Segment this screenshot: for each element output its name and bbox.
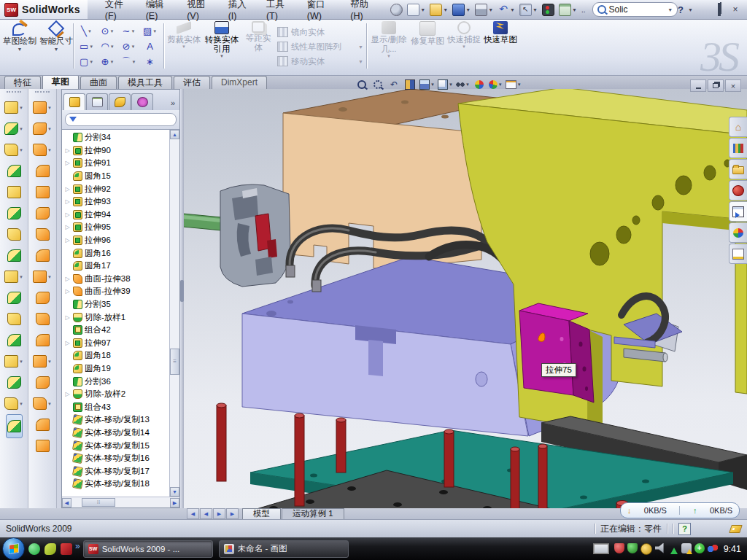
filled-surface-dropdown-icon[interactable]: ▼ (47, 359, 52, 364)
sketch-fillet-tool-button[interactable]: ⌒▼ (118, 54, 139, 69)
ellipse-dropdown-icon[interactable]: ▼ (131, 44, 135, 49)
tree-vertical-scrollbar[interactable]: ▲ ▼ (169, 130, 179, 497)
view-orientation-dropdown-icon[interactable]: ▼ (449, 82, 453, 87)
revolve-button[interactable] (7, 160, 21, 182)
search-dropdown-icon[interactable]: ▼ (667, 7, 673, 12)
taskpane-tab-view-palette[interactable] (729, 201, 747, 222)
offset-surface-button[interactable] (36, 245, 50, 266)
menu-item-4[interactable]: 工具(T) (259, 0, 300, 23)
mirror-entities-button[interactable]: 镜向实体 (277, 25, 363, 39)
ellipse-tool-button[interactable]: ⊘▼ (118, 39, 139, 54)
menu-item-6[interactable]: 帮助(H) (343, 0, 384, 23)
appearances-button[interactable] (472, 78, 487, 91)
sketch-fillet-dropdown-icon[interactable]: ▼ (132, 60, 136, 64)
start-button[interactable] (2, 537, 25, 560)
section-view-button[interactable] (403, 78, 417, 91)
expand-arrow-icon[interactable]: ▷ (64, 288, 71, 295)
apply-scene-dropdown-icon[interactable]: ▼ (498, 82, 503, 87)
extruded-surface-button[interactable] (36, 160, 50, 182)
arc-dropdown-icon[interactable]: ▼ (110, 44, 115, 49)
lofted-surface-button[interactable] (36, 182, 50, 203)
tree-item-22[interactable]: 实体-移动/复制13 (62, 413, 179, 427)
tree-item-13[interactable]: 分割35 (62, 298, 179, 311)
help-question-icon[interactable]: ? (678, 523, 691, 535)
ribbon-tab-0[interactable]: 特征 (4, 76, 41, 89)
display-style-button[interactable]: ▼ (419, 78, 436, 91)
previous-view-button[interactable]: ↶ (387, 78, 401, 91)
doc-close-button[interactable]: × (725, 79, 741, 92)
panel-splitter[interactable] (180, 89, 184, 508)
expand-arrow-icon[interactable]: ▷ (64, 147, 71, 154)
tab-propertymanager[interactable] (86, 93, 108, 110)
doc-restore-button[interactable] (708, 79, 724, 92)
expand-arrow-icon[interactable]: ▷ (64, 314, 71, 321)
taskpane-tab-solidworks-search[interactable] (729, 180, 747, 201)
open-button[interactable]: ▼ (428, 3, 449, 17)
tree-item-14[interactable]: ▷切除-放样1 (62, 311, 179, 324)
tree-item-3[interactable]: 圆角15 (62, 170, 179, 183)
print-button[interactable]: ▼ (473, 3, 495, 17)
sketch-button[interactable]: 草图绘制 ▼ (3, 21, 36, 72)
tree-item-23[interactable]: 实体-移动/复制14 (62, 427, 179, 440)
quick-snaps-button[interactable]: 快速捕捉 ▼ (446, 21, 481, 72)
move-entities-button[interactable]: 移动实体 ▼ (277, 54, 363, 69)
model-tab-0[interactable]: 模型 (242, 508, 281, 519)
tree-item-25[interactable]: 实体-移动/复制16 (62, 452, 179, 465)
restore-button[interactable] (713, 4, 725, 15)
search-input[interactable]: Solic ▼ (592, 2, 678, 17)
polygon-dropdown-icon[interactable]: ▼ (109, 60, 114, 64)
arc-tool-button[interactable]: ◠▼ (97, 39, 118, 54)
selection-box-tool-button[interactable]: ▨▼ (139, 23, 160, 39)
boundary-surface-button[interactable] (36, 203, 50, 224)
select-button[interactable]: ↖▼ (518, 3, 539, 17)
tree-item-4[interactable]: ▷拉伸92 (62, 182, 179, 195)
tree-filter-input[interactable] (65, 113, 177, 126)
annotations-dropdown-icon[interactable]: ▼ (517, 82, 522, 87)
tree-item-17[interactable]: 圆角18 (62, 349, 179, 362)
selection-box-dropdown-icon[interactable]: ▼ (152, 29, 157, 34)
tree-item-18[interactable]: 圆角19 (62, 362, 179, 376)
tree-item-11[interactable]: ▷曲面-拉伸38 (62, 273, 179, 286)
tab-featuremanager-design-tree[interactable] (63, 93, 85, 110)
convert-entities-button[interactable]: 转换实体引用 ▼ (203, 21, 241, 72)
print-dropdown-icon[interactable]: ▼ (488, 7, 493, 12)
combine-button[interactable] (7, 287, 21, 308)
planar-surface-button[interactable] (36, 224, 50, 245)
hide-show-items-button[interactable]: ▼ (455, 78, 471, 91)
scroll-up-button[interactable]: ▲ (170, 130, 179, 139)
tab-nav-first[interactable]: ◀ (187, 508, 199, 519)
polygon-tool-button[interactable]: ⊕▼ (97, 54, 118, 69)
smart-dimension-button[interactable]: 智能尺寸 ▼ (39, 21, 73, 72)
expand-arrow-icon[interactable]: ▷ (64, 237, 71, 244)
tab-dimxpertmanager[interactable] (131, 93, 153, 110)
security-red-shield-tray-icon[interactable] (614, 543, 624, 553)
menu-item-3[interactable]: 插入(I) (221, 0, 259, 23)
circle-dropdown-icon[interactable]: ▼ (109, 29, 114, 34)
tree-item-2[interactable]: ▷拉伸91 (62, 157, 179, 170)
quick-launch-chevron[interactable]: » (75, 541, 80, 551)
search-value[interactable]: Solic (608, 4, 665, 15)
tree-item-8[interactable]: ▷拉伸96 (62, 234, 179, 247)
extruded-boss-base-button[interactable]: ▼ (4, 97, 23, 118)
thicken-button[interactable] (36, 287, 50, 308)
delete-body-dropdown-icon[interactable]: ▼ (19, 359, 23, 364)
display-delete-relations-button[interactable]: 显示/删除几... ▼ (369, 21, 409, 72)
taskpane-tab-custom-properties[interactable] (729, 244, 747, 264)
filled-surface-button[interactable]: ▼ (33, 351, 52, 372)
delete-body-button[interactable]: ▼ (4, 351, 23, 372)
spline-tool-button[interactable]: ∼▼ (118, 23, 139, 39)
task-button-1[interactable]: 未命名 - 画图 (219, 540, 349, 558)
doc-minimize-button[interactable] (690, 79, 706, 92)
extruded-cut-button[interactable]: ▼ (4, 118, 23, 139)
extruded-boss-base-dropdown-icon[interactable]: ▼ (19, 106, 23, 110)
linear-pattern-dropdown-icon[interactable]: ▼ (19, 275, 23, 279)
reference-geometry-button[interactable] (7, 372, 21, 393)
slot-tool-button[interactable]: ▢▼ (76, 54, 97, 69)
tree-item-19[interactable]: 分割36 (62, 375, 179, 388)
expand-arrow-icon[interactable]: ▷ (64, 391, 71, 397)
ribbon-tab-5[interactable]: DimXpert (212, 76, 267, 89)
knit-surface-button[interactable]: ▼ (33, 266, 52, 287)
knit-surface-dropdown-icon[interactable]: ▼ (47, 275, 52, 279)
ribbon-tab-1[interactable]: 草图 (42, 74, 79, 89)
menu-item-1[interactable]: 编辑(E) (139, 0, 180, 23)
